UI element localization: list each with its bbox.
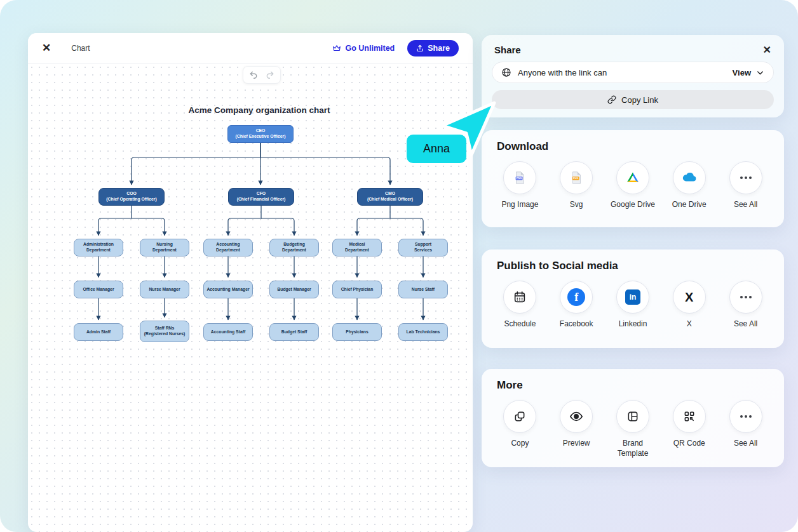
more-card: More Copy Preview — [482, 369, 784, 467]
publish-schedule-button[interactable]: Schedule — [492, 281, 548, 329]
globe-icon — [501, 67, 511, 77]
brand-template-icon — [616, 400, 649, 433]
download-png-button[interactable]: PNG Png Image — [492, 161, 548, 210]
org-node-cfo[interactable]: CFO(Chief Financial Officer) — [228, 188, 294, 206]
publish-see-all-button[interactable]: See All — [717, 281, 774, 329]
more-preview-button[interactable]: Preview — [548, 400, 605, 458]
publish-facebook-button[interactable]: f Facebook — [548, 281, 605, 329]
org-node-ceo[interactable]: CEO(Chief Executive Officer) — [227, 125, 294, 143]
x-logo-icon: X — [673, 281, 706, 314]
png-file-icon: PNG — [503, 161, 536, 194]
more-qr-code-button[interactable]: QR Code — [661, 400, 717, 458]
download-onedrive-button[interactable]: One Drive — [661, 161, 717, 210]
close-icon[interactable]: ✕ — [42, 41, 51, 55]
org-node-support-services[interactable]: SupportServices — [398, 239, 448, 256]
org-node-cmo[interactable]: CMO(Chief Medical Officer) — [357, 188, 423, 206]
more-dots-icon — [729, 281, 762, 314]
crown-icon — [332, 44, 341, 53]
more-dots-icon — [729, 161, 762, 194]
org-node-staff-rns[interactable]: Staff RNs(Registered Nurses) — [140, 321, 189, 342]
svg-text:PNG: PNG — [517, 176, 522, 180]
download-svg-button[interactable]: SVG Svg — [548, 161, 605, 210]
publish-linkedin-button[interactable]: in Linkedin — [605, 281, 661, 329]
copy-icon — [503, 400, 536, 433]
org-node-budget-staff[interactable]: Budget Staff — [269, 323, 319, 341]
share-card: Share ✕ Anyone with the link can View Co… — [482, 35, 784, 117]
publish-card: Publish to Social media Schedule f Faceb… — [482, 249, 784, 348]
org-node-budget-manager[interactable]: Budget Manager — [269, 281, 319, 298]
publish-x-button[interactable]: X X — [661, 281, 717, 329]
close-share-icon[interactable]: ✕ — [763, 44, 771, 56]
more-brand-template-button[interactable]: Brand Template — [605, 400, 661, 458]
chevron-down-icon — [756, 69, 764, 77]
share-button[interactable]: Share — [407, 40, 459, 57]
publish-title: Publish to Social media — [482, 249, 784, 272]
chart-editor-panel: ✕ Chart Go Unlimited Share Acme Company … — [28, 33, 473, 532]
diagram-canvas[interactable]: Acme Company organization chart — [28, 63, 473, 532]
svg-file-icon: SVG — [560, 161, 593, 194]
download-title: Download — [482, 130, 784, 153]
qr-code-icon — [673, 400, 706, 433]
org-node-budgeting-department[interactable]: BudgetingDepartment — [269, 239, 319, 256]
link-icon — [607, 95, 616, 104]
go-unlimited-button[interactable]: Go Unlimited — [332, 44, 395, 53]
more-title: More — [482, 369, 784, 392]
org-node-accounting-staff[interactable]: Accounting Staff — [203, 323, 253, 341]
svg-text:SVG: SVG — [573, 176, 578, 180]
link-permission-text: Anyone with the link can — [518, 68, 607, 77]
org-node-nursing-department[interactable]: NursingDepartment — [140, 239, 189, 256]
more-dots-icon — [729, 400, 762, 433]
org-node-medical-department[interactable]: MedicalDepartment — [332, 239, 382, 256]
copy-link-button[interactable]: Copy Link — [492, 90, 774, 109]
redo-icon[interactable] — [266, 70, 274, 79]
org-node-admin-staff[interactable]: Admin Staff — [74, 323, 123, 341]
org-node-nurse-staff[interactable]: Nurse Staff — [398, 281, 448, 298]
calendar-icon — [503, 281, 536, 314]
more-see-all-button[interactable]: See All — [717, 400, 774, 458]
share-upload-icon — [416, 44, 424, 52]
share-sidebar: Share ✕ Anyone with the link can View Co… — [482, 0, 784, 532]
download-google-drive-button[interactable]: Google Drive — [605, 161, 661, 210]
org-node-physicians[interactable]: Physicians — [332, 323, 382, 341]
undo-icon[interactable] — [249, 70, 258, 79]
link-permission-row[interactable]: Anyone with the link can View — [492, 62, 774, 83]
onedrive-icon — [673, 161, 706, 194]
org-node-lab-technicians[interactable]: Lab Technicians — [398, 323, 448, 341]
permission-dropdown[interactable]: View — [733, 68, 764, 77]
download-card: Download PNG Png Image SVG Svg — [482, 130, 784, 227]
eye-icon — [560, 400, 593, 433]
org-node-nurse-manager[interactable]: Nurse Manager — [140, 281, 189, 298]
google-drive-icon — [616, 161, 649, 194]
download-see-all-button[interactable]: See All — [717, 161, 774, 210]
org-node-administration-department[interactable]: AdministrationDepartment — [74, 239, 123, 256]
undo-redo-toolbar — [243, 66, 281, 84]
linkedin-icon: in — [616, 281, 649, 314]
facebook-icon: f — [560, 281, 593, 314]
more-copy-button[interactable]: Copy — [492, 400, 548, 458]
document-title: Chart — [71, 44, 90, 53]
org-node-chief-physician[interactable]: Chief Physician — [332, 281, 382, 298]
collaborator-name-label: Anna — [407, 135, 466, 163]
org-node-coo[interactable]: COO(Chief Operating Officer) — [98, 188, 165, 206]
org-node-accounting-department[interactable]: AccountingDepartment — [203, 239, 253, 256]
org-node-accounting-manager[interactable]: Accounting Manager — [203, 281, 253, 298]
org-chart-title[interactable]: Acme Company organization chart — [189, 105, 330, 115]
share-panel-title: Share — [494, 44, 521, 55]
org-node-office-manager[interactable]: Office Manager — [74, 281, 123, 298]
editor-topbar: ✕ Chart Go Unlimited Share — [28, 33, 473, 63]
screen: ✕ Chart Go Unlimited Share Acme Company … — [0, 0, 798, 532]
